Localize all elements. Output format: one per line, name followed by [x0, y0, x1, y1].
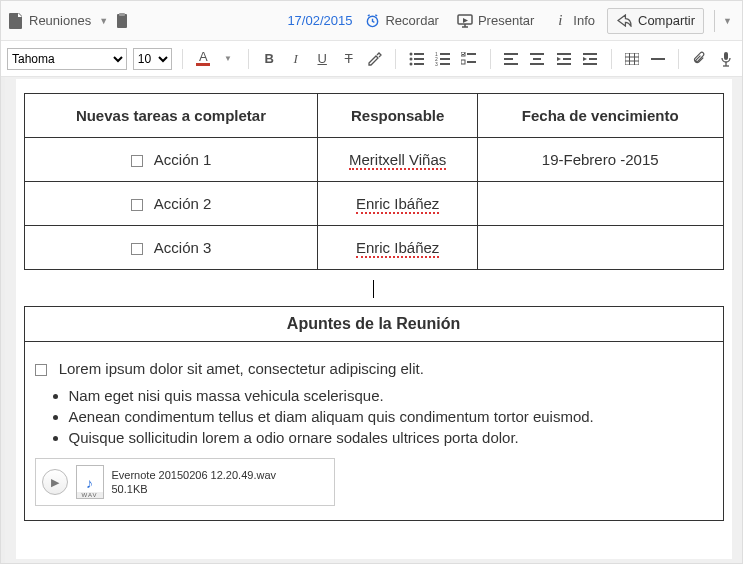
svg-rect-13	[440, 58, 450, 60]
underline-button[interactable]: U	[312, 47, 332, 71]
divider	[678, 49, 679, 69]
svg-rect-11	[440, 53, 450, 55]
notes-title: Apuntes de la Reunión	[24, 307, 723, 342]
clipboard-icon[interactable]	[114, 13, 130, 29]
task-due-cell[interactable]: 19-Febrero -2015	[477, 138, 723, 182]
svg-rect-23	[530, 53, 544, 55]
svg-rect-1	[119, 13, 125, 16]
task-owner-cell[interactable]: Enric Ibáñez	[318, 182, 478, 226]
notes-body[interactable]: Lorem ipsum dolor sit amet, consectetur …	[24, 342, 724, 521]
notebook-caret-icon[interactable]: ▼	[99, 16, 108, 26]
task-action-cell[interactable]: Acción 1	[24, 138, 318, 182]
reminder-label: Recordar	[385, 13, 438, 28]
svg-point-6	[409, 57, 412, 60]
divider	[611, 49, 612, 69]
tasks-col-header: Responsable	[318, 94, 478, 138]
strikethrough-button[interactable]: T	[338, 47, 358, 71]
svg-rect-26	[557, 53, 571, 55]
align-left-button[interactable]	[501, 47, 521, 71]
table-row: Acción 1Meritxell Viñas19-Febrero -2015	[24, 138, 723, 182]
font-name-select[interactable]: Tahoma	[7, 48, 127, 70]
svg-rect-15	[440, 63, 450, 65]
task-owner-cell[interactable]: Meritxell Viñas	[318, 138, 478, 182]
svg-point-4	[409, 52, 412, 55]
task-action-cell[interactable]: Acción 2	[24, 182, 318, 226]
svg-rect-19	[467, 61, 476, 63]
attachment-meta: Evernote 20150206 12.20.49.wav 50.1KB	[112, 468, 277, 496]
svg-rect-20	[504, 53, 518, 55]
divider	[395, 49, 396, 69]
notes-bullet-list: Nam eget nisi quis massa vehicula sceler…	[69, 387, 713, 446]
present-button[interactable]: Presentar	[451, 13, 540, 29]
checkbox-icon[interactable]	[131, 199, 143, 211]
svg-rect-22	[504, 63, 518, 65]
text-color-caret-icon[interactable]: ▼	[218, 47, 238, 71]
table-row: Acción 2Enric Ibáñez	[24, 182, 723, 226]
text-caret	[16, 280, 732, 296]
task-action-cell[interactable]: Acción 3	[24, 226, 318, 270]
reminder-button[interactable]: Recordar	[358, 13, 444, 29]
indent-increase-button[interactable]	[580, 47, 600, 71]
svg-rect-21	[504, 58, 513, 60]
indent-decrease-button[interactable]	[554, 47, 574, 71]
insert-rule-button[interactable]	[648, 47, 668, 71]
attach-button[interactable]	[689, 47, 709, 71]
present-icon	[457, 13, 473, 29]
checkbox-icon[interactable]	[131, 155, 143, 167]
font-size-select[interactable]: 10	[133, 48, 173, 70]
checklist-button[interactable]	[459, 47, 479, 71]
svg-rect-37	[651, 58, 665, 60]
highlight-button[interactable]	[365, 47, 385, 71]
task-due-cell[interactable]	[477, 226, 723, 270]
audio-attachment[interactable]: ▶ ♪ WAV Evernote 20150206 12.20.49.wav 5…	[35, 458, 335, 506]
share-caret-icon[interactable]: ▼	[714, 10, 736, 32]
svg-rect-17	[467, 53, 476, 55]
notebook-title[interactable]: Reuniones	[29, 13, 91, 28]
svg-rect-0	[117, 14, 127, 28]
info-button[interactable]: i Info	[546, 13, 601, 29]
svg-rect-5	[414, 53, 424, 55]
task-due-cell[interactable]	[477, 182, 723, 226]
play-button[interactable]: ▶	[42, 469, 68, 495]
divider	[182, 49, 183, 69]
bold-button[interactable]: B	[259, 47, 279, 71]
tasks-col-header: Nuevas tareas a completar	[24, 94, 318, 138]
format-toolbar: Tahoma 10 A ▼ B I U T 123	[1, 41, 742, 77]
task-owner-cell[interactable]: Enric Ibáñez	[318, 226, 478, 270]
notes-heading-table: Apuntes de la Reunión	[24, 306, 724, 342]
svg-rect-9	[414, 63, 424, 65]
bullet-list-button[interactable]	[406, 47, 426, 71]
svg-rect-29	[583, 53, 597, 55]
svg-rect-24	[533, 58, 541, 60]
share-label: Compartir	[638, 13, 695, 28]
editor-scroll[interactable]: Nuevas tareas a completar Responsable Fe…	[1, 77, 742, 564]
insert-table-button[interactable]	[621, 47, 641, 71]
svg-rect-32	[625, 53, 639, 65]
svg-rect-18	[461, 60, 465, 64]
clock-icon	[364, 13, 380, 29]
italic-button[interactable]: I	[285, 47, 305, 71]
svg-text:3: 3	[435, 61, 438, 66]
svg-rect-38	[724, 52, 728, 60]
list-item: Aenean condimentum tellus et diam aliqua…	[69, 408, 713, 425]
svg-rect-31	[583, 63, 597, 65]
text-color-button[interactable]: A	[193, 47, 213, 71]
align-center-button[interactable]	[527, 47, 547, 71]
checkbox-icon[interactable]	[131, 243, 143, 255]
svg-point-8	[409, 62, 412, 65]
share-button[interactable]: Compartir	[607, 8, 704, 34]
info-icon: i	[552, 13, 568, 29]
table-row: Acción 3Enric Ibáñez	[24, 226, 723, 270]
attachment-size: 50.1KB	[112, 482, 277, 496]
info-label: Info	[573, 13, 595, 28]
numbered-list-button[interactable]: 123	[433, 47, 453, 71]
note-page[interactable]: Nuevas tareas a completar Responsable Fe…	[16, 79, 732, 559]
note-date[interactable]: 17/02/2015	[287, 13, 352, 28]
checkbox-icon[interactable]	[35, 364, 47, 376]
audio-record-button[interactable]	[716, 47, 736, 71]
share-icon	[616, 13, 632, 29]
attachment-filename: Evernote 20150206 12.20.49.wav	[112, 468, 277, 482]
notes-lead-line: Lorem ipsum dolor sit amet, consectetur …	[35, 360, 713, 377]
present-label: Presentar	[478, 13, 534, 28]
notebook-icon	[7, 13, 23, 29]
